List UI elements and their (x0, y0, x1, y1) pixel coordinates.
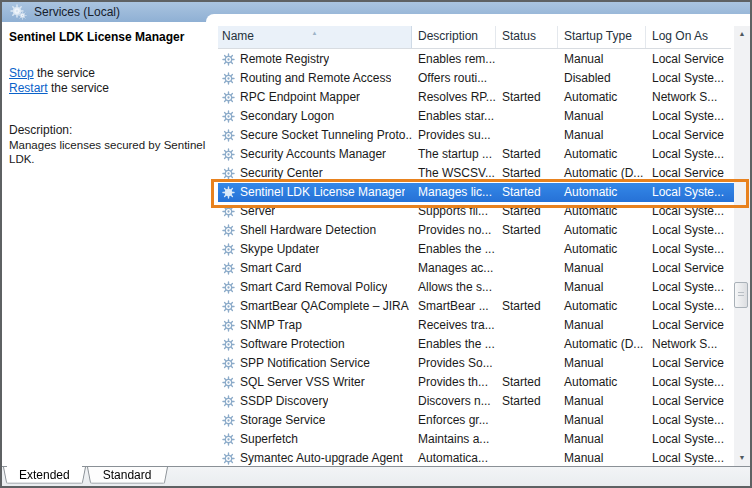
service-status: Started (496, 183, 558, 202)
service-startup-type: Manual (558, 411, 646, 430)
restart-service-link[interactable]: Restart (9, 81, 48, 95)
gear-icon (222, 300, 235, 313)
service-description: Offers routi... (412, 69, 496, 88)
table-row[interactable]: Server Supports fil... Started Automatic… (218, 202, 734, 221)
service-description: Provides th... (412, 373, 496, 392)
scroll-up-icon[interactable]: ▲ (734, 26, 750, 42)
view-tabstrip: Extended Standard (2, 466, 750, 487)
table-row[interactable]: Security Accounts Manager The startup ..… (218, 145, 734, 164)
gear-icon (222, 72, 235, 85)
service-description: Resolves RP... (412, 88, 496, 107)
service-name: Smart Card (240, 259, 301, 278)
table-row[interactable]: Smart Card Manages ac... Manual Local Se… (218, 259, 734, 278)
table-row[interactable]: RPC Endpoint Mapper Resolves RP... Start… (218, 88, 734, 107)
table-row[interactable]: Storage Service Enforces gr... Manual Lo… (218, 411, 734, 430)
service-name: SSDP Discovery (240, 392, 328, 411)
service-status: Started (496, 297, 558, 316)
service-description: Enforces gr... (412, 411, 496, 430)
service-description: Discovers n... (412, 392, 496, 411)
gear-icon (222, 91, 235, 104)
table-row[interactable]: Secure Socket Tunneling Proto... Provide… (218, 126, 734, 145)
service-status: Started (496, 221, 558, 240)
service-startup-type: Automatic (558, 240, 646, 259)
service-startup-type: Manual (558, 392, 646, 411)
service-description: Manages lic... (412, 183, 496, 202)
service-name: SNMP Trap (240, 316, 302, 335)
table-row[interactable]: Software Protection Enables the ... Auto… (218, 335, 734, 354)
column-header-description[interactable]: Description (412, 26, 496, 48)
service-startup-type: Manual (558, 259, 646, 278)
gear-icon (222, 148, 235, 161)
service-name: Software Protection (240, 335, 345, 354)
table-row[interactable]: SSDP Discovery Discovers n... Started Ma… (218, 392, 734, 411)
tab-standard[interactable]: Standard (87, 467, 168, 485)
service-description: SmartBear ... (412, 297, 496, 316)
gear-icon (222, 167, 235, 180)
restart-service-suffix: the service (48, 81, 109, 95)
service-startup-type: Disabled (558, 69, 646, 88)
table-row[interactable]: Security Center The WSCSV... Started Aut… (218, 164, 734, 183)
service-startup-type: Automatic (558, 373, 646, 392)
service-startup-type: Manual (558, 316, 646, 335)
service-name: Storage Service (240, 411, 325, 430)
service-status (496, 335, 558, 354)
table-row[interactable]: Superfetch Maintains a... Manual Local S… (218, 430, 734, 449)
service-description: Provides So... (412, 354, 496, 373)
service-name: Remote Registry (240, 50, 329, 69)
gear-icon (222, 186, 235, 199)
table-row[interactable]: Smart Card Removal Policy Allows the s..… (218, 278, 734, 297)
service-description: Enables the ... (412, 240, 496, 259)
service-startup-type: Manual (558, 126, 646, 145)
table-row[interactable]: Routing and Remote Access Offers routi..… (218, 69, 734, 88)
vertical-scrollbar[interactable]: ▲ ▼ (734, 26, 750, 466)
service-name: RPC Endpoint Mapper (240, 88, 360, 107)
gear-icon (222, 243, 235, 256)
table-row[interactable]: Skype Updater Enables the ... Automatic … (218, 240, 734, 259)
column-header-name[interactable]: ▲ Name (218, 26, 412, 48)
service-startup-type: Manual (558, 278, 646, 297)
service-description: Allows the s... (412, 278, 496, 297)
service-status: Started (496, 202, 558, 221)
service-log-on-as: Local Service (646, 392, 734, 411)
column-header-status[interactable]: Status (496, 26, 558, 48)
list-header: ▲ Name Description Status Startup Type L… (218, 26, 731, 49)
service-status (496, 69, 558, 88)
service-name: Shell Hardware Detection (240, 221, 376, 240)
service-log-on-as: Local Syste... (646, 202, 734, 221)
service-log-on-as: Local Syste... (646, 107, 734, 126)
column-header-startup-type[interactable]: Startup Type (558, 26, 646, 48)
stop-service-line: Stop the service (9, 66, 109, 81)
service-status: Started (496, 88, 558, 107)
service-log-on-as: Local Syste... (646, 145, 734, 164)
gear-icon (222, 129, 235, 142)
service-log-on-as: Local Syste... (646, 411, 734, 430)
table-row[interactable]: SQL Server VSS Writer Provides th... Sta… (218, 373, 734, 392)
restart-service-line: Restart the service (9, 81, 109, 96)
service-log-on-as: Local Service (646, 164, 734, 183)
tab-extended[interactable]: Extended (3, 467, 86, 485)
table-row[interactable]: SPP Notification Service Provides So... … (218, 354, 734, 373)
gear-icon (222, 376, 235, 389)
table-row[interactable]: SmartBear QAComplete – JIRA ... SmartBea… (218, 297, 734, 316)
table-row[interactable]: Shell Hardware Detection Provides no... … (218, 221, 734, 240)
scrollbar-thumb[interactable] (734, 282, 748, 308)
service-startup-type: Manual (558, 354, 646, 373)
table-row[interactable]: Secondary Logon Enables star... Manual L… (218, 107, 734, 126)
service-status (496, 354, 558, 373)
service-startup-type: Automatic (D... (558, 335, 646, 354)
service-log-on-as: Local Syste... (646, 69, 734, 88)
services-window: Services (Local) Sentinel LDK License Ma… (0, 0, 752, 488)
service-log-on-as: Local Service (646, 259, 734, 278)
stop-service-link[interactable]: Stop (9, 66, 34, 80)
service-startup-type: Automatic (558, 297, 646, 316)
service-log-on-as: Local Syste... (646, 430, 734, 449)
service-status: Started (496, 392, 558, 411)
table-row[interactable]: Sentinel LDK License Manager Manages lic… (218, 183, 734, 202)
gear-icon (222, 262, 235, 275)
window-title: Services (Local) (34, 5, 120, 19)
table-row[interactable]: Remote Registry Enables rem... Manual Lo… (218, 50, 734, 69)
column-header-log-on-as[interactable]: Log On As (646, 26, 731, 48)
scroll-down-icon[interactable]: ▼ (734, 450, 750, 466)
table-row[interactable]: SNMP Trap Receives tra... Manual Local S… (218, 316, 734, 335)
service-name: SmartBear QAComplete – JIRA ... (240, 297, 412, 316)
